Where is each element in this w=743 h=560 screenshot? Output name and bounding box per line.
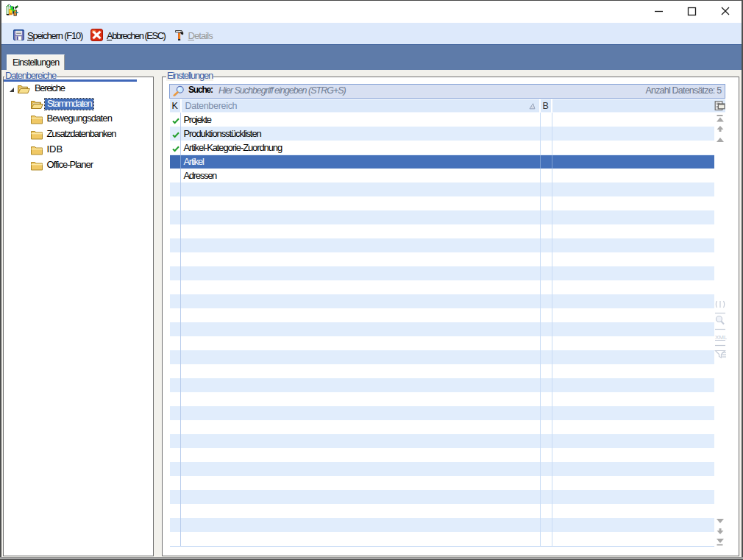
svg-text:XML: XML bbox=[715, 334, 727, 341]
